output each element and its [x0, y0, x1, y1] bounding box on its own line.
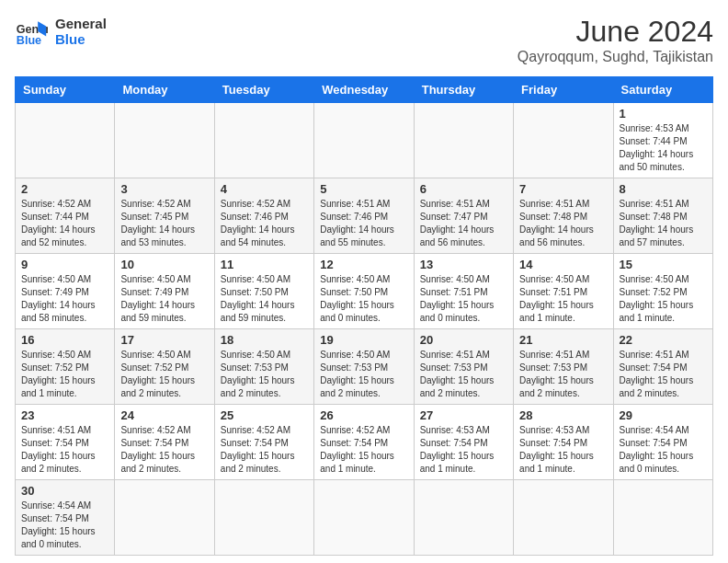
weekday-header-tuesday: Tuesday — [214, 77, 313, 103]
day-info: Sunrise: 4:50 AM Sunset: 7:53 PM Dayligh… — [221, 349, 308, 400]
svg-text:Blue: Blue — [17, 34, 41, 47]
calendar-day-cell: 20Sunrise: 4:51 AM Sunset: 7:53 PM Dayli… — [414, 329, 513, 405]
calendar-week-row: 30Sunrise: 4:54 AM Sunset: 7:54 PM Dayli… — [16, 480, 713, 556]
day-number: 17 — [120, 333, 208, 347]
calendar-empty-cell — [613, 480, 712, 556]
calendar-day-cell: 21Sunrise: 4:51 AM Sunset: 7:53 PM Dayli… — [514, 329, 613, 405]
day-number: 24 — [120, 408, 208, 422]
day-number: 6 — [420, 182, 507, 196]
calendar-day-cell: 10Sunrise: 4:50 AM Sunset: 7:49 PM Dayli… — [115, 254, 214, 329]
day-number: 5 — [320, 182, 407, 196]
day-info: Sunrise: 4:54 AM Sunset: 7:54 PM Dayligh… — [620, 424, 707, 476]
day-info: Sunrise: 4:52 AM Sunset: 7:44 PM Dayligh… — [21, 198, 108, 249]
day-info: Sunrise: 4:50 AM Sunset: 7:52 PM Dayligh… — [120, 349, 208, 400]
day-info: Sunrise: 4:51 AM Sunset: 7:46 PM Dayligh… — [320, 198, 407, 249]
calendar-day-cell: 1Sunrise: 4:53 AM Sunset: 7:44 PM Daylig… — [613, 103, 712, 178]
calendar-day-cell: 25Sunrise: 4:52 AM Sunset: 7:54 PM Dayli… — [214, 405, 313, 480]
day-info: Sunrise: 4:50 AM Sunset: 7:52 PM Dayligh… — [21, 349, 108, 400]
weekday-header-friday: Friday — [514, 77, 613, 103]
day-info: Sunrise: 4:50 AM Sunset: 7:50 PM Dayligh… — [320, 273, 407, 325]
logo-icon: General Blue — [15, 15, 48, 48]
calendar-day-cell: 16Sunrise: 4:50 AM Sunset: 7:52 PM Dayli… — [16, 329, 115, 405]
weekday-header-row: SundayMondayTuesdayWednesdayThursdayFrid… — [16, 77, 713, 103]
day-info: Sunrise: 4:50 AM Sunset: 7:53 PM Dayligh… — [320, 349, 407, 400]
calendar-day-cell: 8Sunrise: 4:51 AM Sunset: 7:48 PM Daylig… — [613, 178, 712, 254]
day-number: 28 — [519, 408, 607, 422]
day-number: 22 — [620, 333, 707, 347]
calendar-empty-cell — [314, 480, 414, 556]
day-info: Sunrise: 4:51 AM Sunset: 7:47 PM Dayligh… — [420, 198, 507, 249]
day-info: Sunrise: 4:53 AM Sunset: 7:54 PM Dayligh… — [519, 424, 607, 476]
calendar-day-cell: 17Sunrise: 4:50 AM Sunset: 7:52 PM Dayli… — [115, 329, 214, 405]
calendar-day-cell: 12Sunrise: 4:50 AM Sunset: 7:50 PM Dayli… — [314, 254, 414, 329]
day-info: Sunrise: 4:52 AM Sunset: 7:54 PM Dayligh… — [320, 424, 407, 476]
calendar-day-cell: 22Sunrise: 4:51 AM Sunset: 7:54 PM Dayli… — [613, 329, 712, 405]
calendar-day-cell: 14Sunrise: 4:50 AM Sunset: 7:51 PM Dayli… — [514, 254, 613, 329]
calendar-empty-cell — [115, 103, 214, 178]
calendar-table: SundayMondayTuesdayWednesdayThursdayFrid… — [15, 76, 713, 556]
day-info: Sunrise: 4:52 AM Sunset: 7:46 PM Dayligh… — [221, 198, 308, 249]
calendar-day-cell: 4Sunrise: 4:52 AM Sunset: 7:46 PM Daylig… — [214, 178, 313, 254]
calendar-empty-cell — [115, 480, 214, 556]
calendar-week-row: 1Sunrise: 4:53 AM Sunset: 7:44 PM Daylig… — [16, 103, 713, 178]
calendar-week-row: 9Sunrise: 4:50 AM Sunset: 7:49 PM Daylig… — [16, 254, 713, 329]
day-info: Sunrise: 4:50 AM Sunset: 7:49 PM Dayligh… — [120, 273, 208, 325]
calendar-day-cell: 28Sunrise: 4:53 AM Sunset: 7:54 PM Dayli… — [514, 405, 613, 480]
day-number: 3 — [120, 182, 208, 196]
day-info: Sunrise: 4:51 AM Sunset: 7:54 PM Dayligh… — [620, 349, 707, 400]
weekday-header-sunday: Sunday — [16, 77, 115, 103]
calendar-day-cell: 19Sunrise: 4:50 AM Sunset: 7:53 PM Dayli… — [314, 329, 414, 405]
calendar-day-cell: 6Sunrise: 4:51 AM Sunset: 7:47 PM Daylig… — [414, 178, 513, 254]
day-number: 14 — [519, 258, 607, 271]
month-year-title: June 2024 — [518, 15, 713, 49]
calendar-day-cell: 30Sunrise: 4:54 AM Sunset: 7:54 PM Dayli… — [16, 480, 115, 556]
day-number: 12 — [320, 258, 407, 271]
day-info: Sunrise: 4:52 AM Sunset: 7:54 PM Dayligh… — [221, 424, 308, 476]
calendar-empty-cell — [214, 480, 313, 556]
day-info: Sunrise: 4:50 AM Sunset: 7:51 PM Dayligh… — [519, 273, 607, 325]
calendar-day-cell: 2Sunrise: 4:52 AM Sunset: 7:44 PM Daylig… — [16, 178, 115, 254]
calendar-day-cell: 18Sunrise: 4:50 AM Sunset: 7:53 PM Dayli… — [214, 329, 313, 405]
weekday-header-saturday: Saturday — [613, 77, 712, 103]
day-info: Sunrise: 4:53 AM Sunset: 7:54 PM Dayligh… — [420, 424, 507, 476]
day-info: Sunrise: 4:51 AM Sunset: 7:48 PM Dayligh… — [620, 198, 707, 249]
weekday-header-thursday: Thursday — [414, 77, 513, 103]
logo-general-text: General — [55, 16, 107, 31]
calendar-day-cell: 9Sunrise: 4:50 AM Sunset: 7:49 PM Daylig… — [16, 254, 115, 329]
calendar-week-row: 2Sunrise: 4:52 AM Sunset: 7:44 PM Daylig… — [16, 178, 713, 254]
day-number: 18 — [221, 333, 308, 347]
calendar-day-cell: 7Sunrise: 4:51 AM Sunset: 7:48 PM Daylig… — [514, 178, 613, 254]
day-number: 25 — [221, 408, 308, 422]
day-number: 27 — [420, 408, 507, 422]
logo-blue-text: Blue — [55, 31, 107, 47]
day-number: 26 — [320, 408, 407, 422]
calendar-day-cell: 3Sunrise: 4:52 AM Sunset: 7:45 PM Daylig… — [115, 178, 214, 254]
calendar-empty-cell — [16, 103, 115, 178]
header: General Blue General Blue June 2024 Qayr… — [15, 15, 713, 65]
day-number: 4 — [221, 182, 308, 196]
calendar-day-cell: 26Sunrise: 4:52 AM Sunset: 7:54 PM Dayli… — [314, 405, 414, 480]
day-number: 16 — [21, 333, 108, 347]
day-number: 30 — [21, 484, 108, 498]
day-info: Sunrise: 4:53 AM Sunset: 7:44 PM Dayligh… — [620, 122, 707, 174]
day-info: Sunrise: 4:51 AM Sunset: 7:53 PM Dayligh… — [420, 349, 507, 400]
weekday-header-monday: Monday — [115, 77, 214, 103]
day-info: Sunrise: 4:51 AM Sunset: 7:48 PM Dayligh… — [519, 198, 607, 249]
title-section: June 2024 Qayroqqum, Sughd, Tajikistan — [518, 15, 713, 65]
calendar-day-cell: 13Sunrise: 4:50 AM Sunset: 7:51 PM Dayli… — [414, 254, 513, 329]
calendar-day-cell: 29Sunrise: 4:54 AM Sunset: 7:54 PM Dayli… — [613, 405, 712, 480]
weekday-header-wednesday: Wednesday — [314, 77, 414, 103]
calendar-day-cell: 27Sunrise: 4:53 AM Sunset: 7:54 PM Dayli… — [414, 405, 513, 480]
calendar-day-cell: 11Sunrise: 4:50 AM Sunset: 7:50 PM Dayli… — [214, 254, 313, 329]
day-number: 10 — [120, 258, 208, 271]
calendar-day-cell: 24Sunrise: 4:52 AM Sunset: 7:54 PM Dayli… — [115, 405, 214, 480]
day-info: Sunrise: 4:51 AM Sunset: 7:54 PM Dayligh… — [21, 424, 108, 476]
calendar-day-cell: 5Sunrise: 4:51 AM Sunset: 7:46 PM Daylig… — [314, 178, 414, 254]
calendar-week-row: 23Sunrise: 4:51 AM Sunset: 7:54 PM Dayli… — [16, 405, 713, 480]
day-number: 29 — [620, 408, 707, 422]
day-info: Sunrise: 4:51 AM Sunset: 7:53 PM Dayligh… — [519, 349, 607, 400]
day-number: 7 — [519, 182, 607, 196]
day-number: 8 — [620, 182, 707, 196]
day-number: 1 — [620, 107, 707, 121]
day-info: Sunrise: 4:50 AM Sunset: 7:50 PM Dayligh… — [221, 273, 308, 325]
